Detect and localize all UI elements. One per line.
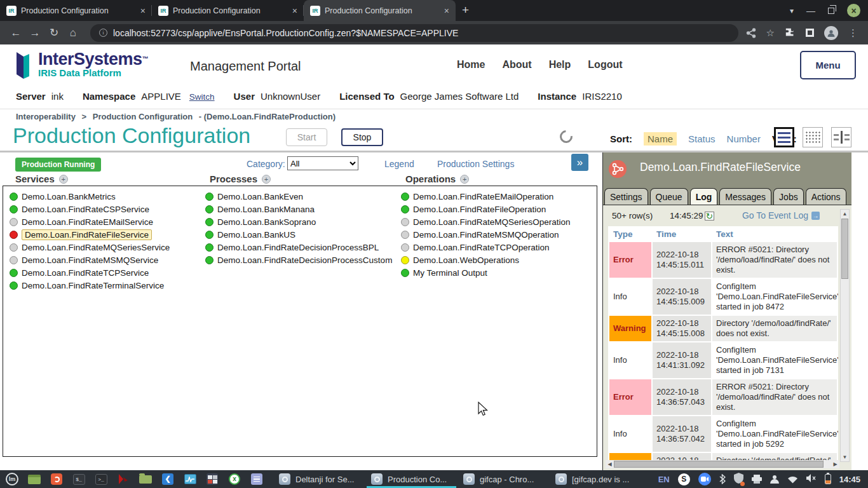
detail-tab[interactable]: Actions	[806, 188, 846, 205]
service-item[interactable]: Demo.Loan.FindRateFileService	[10, 228, 170, 241]
menu-button[interactable]: Menu	[800, 51, 856, 79]
log-row[interactable]: Error 2022-10-18 14:45:15.011 ERROR #502…	[609, 242, 837, 278]
item-name[interactable]: Demo.Loan.FindRateTerminalService	[22, 281, 164, 290]
status-dot[interactable]	[205, 205, 214, 214]
url-bar[interactable]: i localhost:52773/csp/applive/EnsPortal.…	[90, 24, 738, 42]
status-dot[interactable]	[10, 218, 18, 226]
status-dot[interactable]	[10, 205, 18, 214]
sort-option[interactable]: Status	[688, 133, 715, 144]
scrollbar-thumb[interactable]	[841, 219, 848, 279]
tab-close-icon[interactable]: ×	[139, 6, 147, 15]
scrollbar-thumb-horizontal[interactable]	[614, 461, 824, 468]
operation-item[interactable]: Demo.Loan.FindRateFileOperation	[401, 203, 571, 215]
new-tab-button[interactable]: +	[462, 3, 469, 17]
log-vertical-scrollbar[interactable]: ▲ ▼	[840, 209, 850, 462]
service-item[interactable]: Demo.Loan.FindRateMQSeriesService	[10, 241, 170, 254]
detail-tab[interactable]: Queue	[650, 188, 688, 205]
taskbar-window-button[interactable]: Deltanji for Se...	[275, 470, 364, 488]
taskbar-window-button[interactable]: gifcap - Chro...	[459, 470, 548, 488]
scroll-left-icon[interactable]: ◀	[606, 461, 614, 467]
terminal-alt-icon[interactable]: >_	[94, 472, 108, 486]
browser-menu-kebab-icon[interactable]: ⋮	[848, 27, 858, 39]
file-manager-icon[interactable]	[139, 472, 153, 486]
status-dot[interactable]	[10, 243, 18, 252]
log-col-text[interactable]: Text	[712, 227, 837, 241]
browser-tab[interactable]: IR Production Configuration ×	[152, 0, 304, 21]
status-dot[interactable]	[205, 231, 214, 239]
profile-avatar[interactable]	[824, 26, 838, 40]
operation-item[interactable]: My Terminal Output	[401, 266, 571, 279]
item-name[interactable]: Demo.Loan.BankManana	[217, 205, 315, 214]
scroll-right-icon[interactable]: ▶	[831, 461, 839, 467]
operation-item[interactable]: Demo.Loan.FindRateMSMQOperation	[401, 228, 571, 241]
status-dot[interactable]	[205, 256, 214, 264]
user-tray-icon[interactable]	[770, 475, 779, 484]
detail-tab[interactable]: Log	[690, 188, 718, 205]
printer-icon[interactable]	[752, 475, 762, 484]
service-item[interactable]: Demo.Loan.FindRateTCPService	[10, 266, 170, 279]
log-horizontal-scrollbar[interactable]: ◀ ▶	[606, 460, 839, 468]
tab-close-icon[interactable]: ×	[291, 6, 299, 15]
item-name[interactable]: Demo.Loan.FindRateMSMQService	[22, 255, 158, 265]
service-item[interactable]: Demo.Loan.BankMetrics	[10, 190, 170, 203]
log-col-time[interactable]: Time	[653, 227, 711, 241]
portal-nav-link[interactable]: Logout	[588, 59, 622, 71]
back-icon[interactable]: ←	[6, 27, 25, 39]
item-name[interactable]: Demo.Loan.FindRateFileOperation	[413, 205, 546, 214]
list-view-icon[interactable]	[774, 127, 794, 147]
document-app-icon[interactable]	[250, 472, 264, 486]
status-dot[interactable]	[205, 218, 214, 226]
process-item[interactable]: Demo.Loan.FindRateDecisionProcessBPL	[205, 241, 392, 254]
portal-nav-link[interactable]: About	[502, 59, 531, 71]
reload-icon[interactable]: ↻	[44, 26, 64, 39]
extensions-puzzle-icon[interactable]	[785, 27, 796, 38]
status-dot[interactable]	[10, 231, 18, 239]
service-item[interactable]: Demo.Loan.FindRateCSPService	[10, 203, 170, 215]
status-dot[interactable]	[401, 243, 409, 252]
restore-icon[interactable]	[828, 8, 834, 14]
scroll-down-icon[interactable]: ▼	[841, 453, 849, 461]
log-refresh-icon[interactable]: ↻	[705, 212, 715, 220]
item-name[interactable]: Demo.Loan.FindRateMQSeriesService	[22, 243, 170, 252]
item-name[interactable]: Demo.Loan.FindRateMQSeriesOperation	[413, 217, 571, 227]
add-service-icon[interactable]: +	[59, 175, 68, 184]
log-row[interactable]: Error 2022-10-18 14:36:57.043 ERROR #502…	[609, 379, 837, 415]
item-name[interactable]: Demo.Loan.FindRateCSPService	[22, 205, 149, 214]
breadcrumb-root-link[interactable]: Interoperability	[16, 112, 76, 121]
browser-tab[interactable]: IR Production Configuration ×	[304, 0, 456, 21]
site-info-icon[interactable]: i	[99, 29, 107, 37]
item-name[interactable]: Demo.Loan.BankEven	[217, 192, 303, 201]
show-desktop-icon[interactable]	[27, 472, 41, 486]
process-item[interactable]: Demo.Loan.FindRateDecisionProcessCustom	[205, 254, 392, 266]
status-dot[interactable]	[401, 256, 409, 264]
status-dot[interactable]	[401, 205, 409, 214]
portal-nav-link[interactable]: Help	[549, 59, 571, 71]
service-item[interactable]: Demo.Loan.FindRateEMailService	[10, 215, 170, 228]
item-name[interactable]: Demo.Loan.BankMetrics	[22, 192, 116, 201]
log-row[interactable]: Info 2022-10-18 14:36:57.042 ConfigItem …	[609, 416, 837, 452]
orange-app-icon[interactable]	[50, 472, 64, 486]
operation-item[interactable]: Demo.Loan.FindRateTCPOperation	[401, 241, 571, 254]
start-button[interactable]: Start	[286, 128, 327, 146]
mint-menu-button[interactable]: lm	[5, 472, 19, 486]
production-settings-link[interactable]: Production Settings	[437, 159, 514, 169]
expand-panel-button[interactable]: »	[571, 154, 588, 171]
item-name[interactable]: Demo.Loan.FindRateFileService	[22, 229, 152, 240]
switch-namespace-link[interactable]: Switch	[189, 92, 215, 102]
service-item[interactable]: Demo.Loan.FindRateMSMQService	[10, 254, 170, 266]
vscode-icon[interactable]: ❮	[161, 472, 175, 486]
status-dot[interactable]	[10, 269, 18, 277]
sort-option[interactable]: Name	[644, 132, 677, 146]
item-name[interactable]: Demo.Loan.FindRateEMailService	[22, 217, 153, 227]
item-name[interactable]: Demo.Loan.BankUS	[217, 230, 295, 240]
url-text[interactable]: localhost:52773/csp/applive/EnsPortal.Pr…	[113, 28, 458, 38]
calculator-icon[interactable]	[205, 472, 219, 486]
stop-button[interactable]: Stop	[341, 128, 383, 146]
volume-muted-icon[interactable]	[806, 473, 817, 485]
log-row[interactable]: Info 2022-10-18 14:41:31.092 ConfigItem …	[609, 342, 837, 378]
language-indicator[interactable]: EN	[658, 475, 670, 484]
status-dot[interactable]	[205, 193, 214, 201]
bluetooth-icon[interactable]	[719, 474, 726, 484]
service-item[interactable]: Demo.Loan.FindRateTerminalService	[10, 279, 170, 292]
scroll-up-icon[interactable]: ▲	[841, 210, 849, 218]
